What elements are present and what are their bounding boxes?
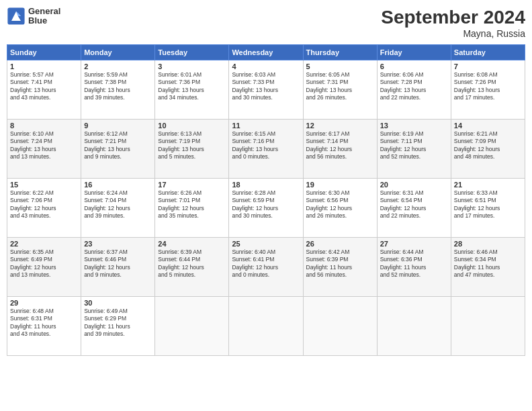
- weekday-header-row: SundayMondayTuesdayWednesdayThursdayFrid…: [7, 45, 525, 60]
- calendar-cell: 23Sunrise: 6:37 AM Sunset: 6:46 PM Dayli…: [81, 238, 155, 297]
- day-number: 2: [84, 62, 152, 71]
- weekday-header: Saturday: [451, 45, 525, 60]
- calendar-cell: 29Sunrise: 6:48 AM Sunset: 6:31 PM Dayli…: [7, 297, 81, 356]
- calendar-cell: 1Sunrise: 5:57 AM Sunset: 7:41 PM Daylig…: [7, 60, 81, 120]
- day-info: Sunrise: 6:39 AM Sunset: 6:44 PM Dayligh…: [158, 248, 226, 279]
- day-info: Sunrise: 6:22 AM Sunset: 7:06 PM Dayligh…: [10, 189, 78, 220]
- header: General Blue September 2024 Mayna, Russi…: [7, 7, 525, 39]
- calendar-week-row: 29Sunrise: 6:48 AM Sunset: 6:31 PM Dayli…: [7, 297, 525, 356]
- calendar-cell: 6Sunrise: 6:06 AM Sunset: 7:28 PM Daylig…: [377, 60, 451, 120]
- calendar-cell: 11Sunrise: 6:15 AM Sunset: 7:16 PM Dayli…: [229, 120, 303, 179]
- weekday-header: Monday: [81, 45, 155, 60]
- day-info: Sunrise: 6:42 AM Sunset: 6:39 PM Dayligh…: [306, 248, 374, 279]
- day-info: Sunrise: 6:15 AM Sunset: 7:16 PM Dayligh…: [232, 130, 300, 161]
- calendar-cell: 4Sunrise: 6:03 AM Sunset: 7:33 PM Daylig…: [229, 60, 303, 120]
- calendar-cell: 16Sunrise: 6:24 AM Sunset: 7:04 PM Dayli…: [81, 179, 155, 238]
- calendar-cell: 24Sunrise: 6:39 AM Sunset: 6:44 PM Dayli…: [155, 238, 229, 297]
- day-info: Sunrise: 6:31 AM Sunset: 6:54 PM Dayligh…: [380, 189, 448, 220]
- day-info: Sunrise: 6:19 AM Sunset: 7:11 PM Dayligh…: [380, 130, 448, 161]
- day-info: Sunrise: 6:44 AM Sunset: 6:36 PM Dayligh…: [380, 248, 448, 279]
- day-info: Sunrise: 5:59 AM Sunset: 7:38 PM Dayligh…: [84, 71, 152, 102]
- day-number: 6: [380, 62, 448, 71]
- day-info: Sunrise: 6:30 AM Sunset: 6:56 PM Dayligh…: [306, 189, 374, 220]
- weekday-header: Tuesday: [155, 45, 229, 60]
- day-info: Sunrise: 6:28 AM Sunset: 6:59 PM Dayligh…: [232, 189, 300, 220]
- calendar-subtitle: Mayna, Russia: [381, 28, 525, 39]
- day-number: 1: [10, 62, 78, 71]
- day-number: 13: [380, 122, 448, 130]
- day-number: 7: [454, 62, 522, 71]
- page: General Blue September 2024 Mayna, Russi…: [0, 0, 532, 411]
- calendar-cell: [229, 297, 303, 356]
- weekday-header: Sunday: [7, 45, 81, 60]
- calendar-week-row: 1Sunrise: 5:57 AM Sunset: 7:41 PM Daylig…: [7, 60, 525, 120]
- weekday-header: Wednesday: [229, 45, 303, 60]
- calendar-cell: 3Sunrise: 6:01 AM Sunset: 7:36 PM Daylig…: [155, 60, 229, 120]
- day-number: 5: [306, 62, 374, 71]
- day-number: 16: [84, 181, 152, 189]
- calendar-cell: 22Sunrise: 6:35 AM Sunset: 6:49 PM Dayli…: [7, 238, 81, 297]
- calendar-cell: 27Sunrise: 6:44 AM Sunset: 6:36 PM Dayli…: [377, 238, 451, 297]
- calendar-cell: 18Sunrise: 6:28 AM Sunset: 6:59 PM Dayli…: [229, 179, 303, 238]
- day-info: Sunrise: 6:46 AM Sunset: 6:34 PM Dayligh…: [454, 248, 522, 279]
- calendar-cell: 19Sunrise: 6:30 AM Sunset: 6:56 PM Dayli…: [303, 179, 377, 238]
- day-number: 3: [158, 62, 226, 71]
- day-number: 23: [84, 240, 152, 248]
- calendar-cell: 10Sunrise: 6:13 AM Sunset: 7:19 PM Dayli…: [155, 120, 229, 179]
- day-info: Sunrise: 6:08 AM Sunset: 7:26 PM Dayligh…: [454, 71, 522, 102]
- title-block: September 2024 Mayna, Russia: [381, 7, 525, 39]
- logo-line2: Blue: [28, 16, 60, 26]
- day-number: 12: [306, 122, 374, 130]
- calendar-cell: [377, 297, 451, 356]
- day-number: 26: [306, 240, 374, 248]
- calendar-cell: 30Sunrise: 6:49 AM Sunset: 6:29 PM Dayli…: [81, 297, 155, 356]
- day-number: 25: [232, 240, 300, 248]
- calendar-cell: 7Sunrise: 6:08 AM Sunset: 7:26 PM Daylig…: [451, 60, 525, 120]
- day-info: Sunrise: 6:01 AM Sunset: 7:36 PM Dayligh…: [158, 71, 226, 102]
- day-info: Sunrise: 6:05 AM Sunset: 7:31 PM Dayligh…: [306, 71, 374, 102]
- calendar-cell: 5Sunrise: 6:05 AM Sunset: 7:31 PM Daylig…: [303, 60, 377, 120]
- day-number: 30: [84, 299, 152, 307]
- calendar-cell: 13Sunrise: 6:19 AM Sunset: 7:11 PM Dayli…: [377, 120, 451, 179]
- day-number: 11: [232, 122, 300, 130]
- day-info: Sunrise: 6:06 AM Sunset: 7:28 PM Dayligh…: [380, 71, 448, 102]
- day-number: 17: [158, 181, 226, 189]
- day-info: Sunrise: 6:21 AM Sunset: 7:09 PM Dayligh…: [454, 130, 522, 161]
- calendar-cell: 28Sunrise: 6:46 AM Sunset: 6:34 PM Dayli…: [451, 238, 525, 297]
- day-number: 18: [232, 181, 300, 189]
- day-info: Sunrise: 6:49 AM Sunset: 6:29 PM Dayligh…: [84, 308, 152, 338]
- day-number: 24: [158, 240, 226, 248]
- calendar-week-row: 8Sunrise: 6:10 AM Sunset: 7:24 PM Daylig…: [7, 120, 525, 179]
- day-number: 28: [454, 240, 522, 248]
- calendar-cell: 21Sunrise: 6:33 AM Sunset: 6:51 PM Dayli…: [451, 179, 525, 238]
- day-number: 4: [232, 62, 300, 71]
- weekday-header: Thursday: [303, 45, 377, 60]
- day-info: Sunrise: 6:33 AM Sunset: 6:51 PM Dayligh…: [454, 189, 522, 220]
- calendar-cell: 8Sunrise: 6:10 AM Sunset: 7:24 PM Daylig…: [7, 120, 81, 179]
- day-number: 21: [454, 181, 522, 189]
- calendar-cell: 15Sunrise: 6:22 AM Sunset: 7:06 PM Dayli…: [7, 179, 81, 238]
- day-number: 27: [380, 240, 448, 248]
- day-info: Sunrise: 6:37 AM Sunset: 6:46 PM Dayligh…: [84, 248, 152, 279]
- calendar-table: SundayMondayTuesdayWednesdayThursdayFrid…: [7, 44, 525, 356]
- calendar-cell: 12Sunrise: 6:17 AM Sunset: 7:14 PM Dayli…: [303, 120, 377, 179]
- calendar-week-row: 15Sunrise: 6:22 AM Sunset: 7:06 PM Dayli…: [7, 179, 525, 238]
- day-number: 14: [454, 122, 522, 130]
- calendar-cell: [451, 297, 525, 356]
- day-info: Sunrise: 6:24 AM Sunset: 7:04 PM Dayligh…: [84, 189, 152, 220]
- calendar-cell: 26Sunrise: 6:42 AM Sunset: 6:39 PM Dayli…: [303, 238, 377, 297]
- day-info: Sunrise: 6:40 AM Sunset: 6:41 PM Dayligh…: [232, 248, 300, 279]
- calendar-cell: [303, 297, 377, 356]
- day-info: Sunrise: 6:48 AM Sunset: 6:31 PM Dayligh…: [10, 308, 78, 338]
- day-number: 29: [10, 299, 78, 307]
- day-number: 9: [84, 122, 152, 130]
- day-info: Sunrise: 6:26 AM Sunset: 7:01 PM Dayligh…: [158, 189, 226, 220]
- day-info: Sunrise: 6:17 AM Sunset: 7:14 PM Dayligh…: [306, 130, 374, 161]
- day-number: 10: [158, 122, 226, 130]
- calendar-cell: 2Sunrise: 5:59 AM Sunset: 7:38 PM Daylig…: [81, 60, 155, 120]
- day-info: Sunrise: 6:13 AM Sunset: 7:19 PM Dayligh…: [158, 130, 226, 161]
- weekday-header: Friday: [377, 45, 451, 60]
- day-info: Sunrise: 6:10 AM Sunset: 7:24 PM Dayligh…: [10, 130, 78, 161]
- day-info: Sunrise: 6:12 AM Sunset: 7:21 PM Dayligh…: [84, 130, 152, 161]
- calendar-cell: 9Sunrise: 6:12 AM Sunset: 7:21 PM Daylig…: [81, 120, 155, 179]
